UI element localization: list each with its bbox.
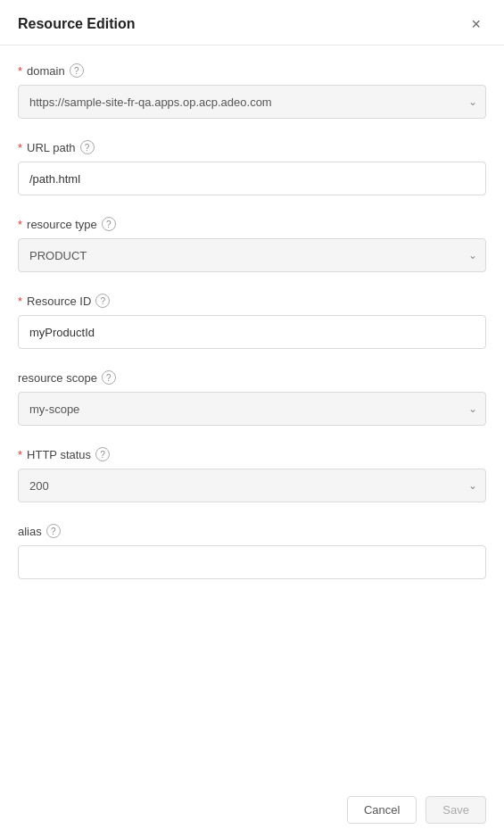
resource-type-select[interactable]: PRODUCT — [18, 238, 486, 272]
resource-scope-label: resource scope ? — [18, 370, 486, 385]
resource-type-label: * resource type ? — [18, 217, 486, 231]
modal-footer: Cancel Save — [0, 782, 504, 838]
http-status-select-wrapper: 200 ⌄ — [18, 469, 486, 502]
resource-type-help-icon[interactable]: ? — [102, 217, 116, 231]
resource-scope-field-group: resource scope ? my-scope ⌄ — [18, 370, 486, 426]
alias-field-group: alias ? — [18, 524, 486, 579]
resource-scope-select[interactable]: my-scope — [18, 392, 486, 426]
domain-help-icon[interactable]: ? — [70, 63, 84, 78]
resource-id-field-group: * Resource ID ? — [18, 294, 486, 349]
domain-select-wrapper: https://sample-site-fr-qa.apps.op.acp.ad… — [18, 85, 486, 119]
http-status-help-icon[interactable]: ? — [95, 447, 110, 461]
url-path-required-star: * — [18, 141, 22, 154]
modal-body: * domain ? https://sample-site-fr-qa.app… — [0, 46, 504, 782]
resource-scope-select-wrapper: my-scope ⌄ — [18, 392, 486, 426]
http-status-required-star: * — [18, 448, 22, 461]
url-path-label-text: URL path — [27, 141, 75, 154]
http-status-field-group: * HTTP status ? 200 ⌄ — [18, 447, 486, 502]
resource-id-label-text: Resource ID — [27, 295, 91, 308]
http-status-label: * HTTP status ? — [18, 447, 486, 461]
domain-label: * domain ? — [18, 63, 486, 78]
alias-label-text: alias — [18, 525, 42, 538]
resource-scope-help-icon[interactable]: ? — [102, 370, 116, 385]
domain-required-star: * — [18, 64, 22, 78]
save-button[interactable]: Save — [426, 796, 486, 824]
resource-id-required-star: * — [18, 295, 22, 308]
resource-type-required-star: * — [18, 218, 22, 231]
domain-label-text: domain — [27, 64, 65, 78]
alias-label: alias ? — [18, 524, 486, 538]
resource-type-field-group: * resource type ? PRODUCT ⌄ — [18, 217, 486, 272]
domain-field-group: * domain ? https://sample-site-fr-qa.app… — [18, 63, 486, 119]
modal-title: Resource Edition — [18, 16, 136, 32]
url-path-help-icon[interactable]: ? — [80, 140, 95, 154]
resource-type-select-wrapper: PRODUCT ⌄ — [18, 238, 486, 272]
url-path-label: * URL path ? — [18, 140, 486, 154]
alias-input[interactable] — [18, 545, 486, 579]
resource-id-help-icon[interactable]: ? — [95, 294, 110, 308]
http-status-select[interactable]: 200 — [18, 469, 486, 502]
alias-help-icon[interactable]: ? — [46, 524, 61, 538]
resource-edition-modal: Resource Edition × * domain ? https://sa… — [0, 0, 504, 838]
http-status-label-text: HTTP status — [27, 448, 91, 461]
modal-header: Resource Edition × — [0, 0, 504, 46]
resource-scope-label-text: resource scope — [18, 371, 97, 385]
close-button[interactable]: × — [466, 14, 486, 34]
resource-type-label-text: resource type — [27, 218, 97, 231]
cancel-button[interactable]: Cancel — [347, 796, 417, 824]
resource-id-input[interactable] — [18, 315, 486, 349]
url-path-input[interactable] — [18, 162, 486, 195]
domain-select[interactable]: https://sample-site-fr-qa.apps.op.acp.ad… — [18, 85, 486, 119]
resource-id-label: * Resource ID ? — [18, 294, 486, 308]
url-path-field-group: * URL path ? — [18, 140, 486, 195]
